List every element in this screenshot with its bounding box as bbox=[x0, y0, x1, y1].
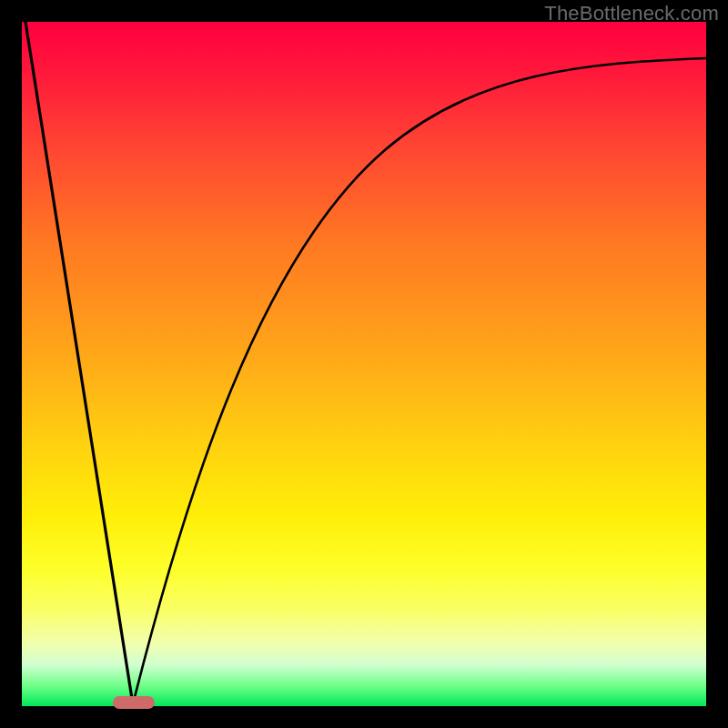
plot-area bbox=[22, 22, 706, 706]
left-line bbox=[25, 22, 133, 704]
right-curve bbox=[133, 58, 706, 704]
bottleneck-marker bbox=[113, 696, 155, 709]
curve-layer bbox=[22, 22, 706, 706]
chart-frame: TheBottleneck.com bbox=[0, 0, 728, 728]
